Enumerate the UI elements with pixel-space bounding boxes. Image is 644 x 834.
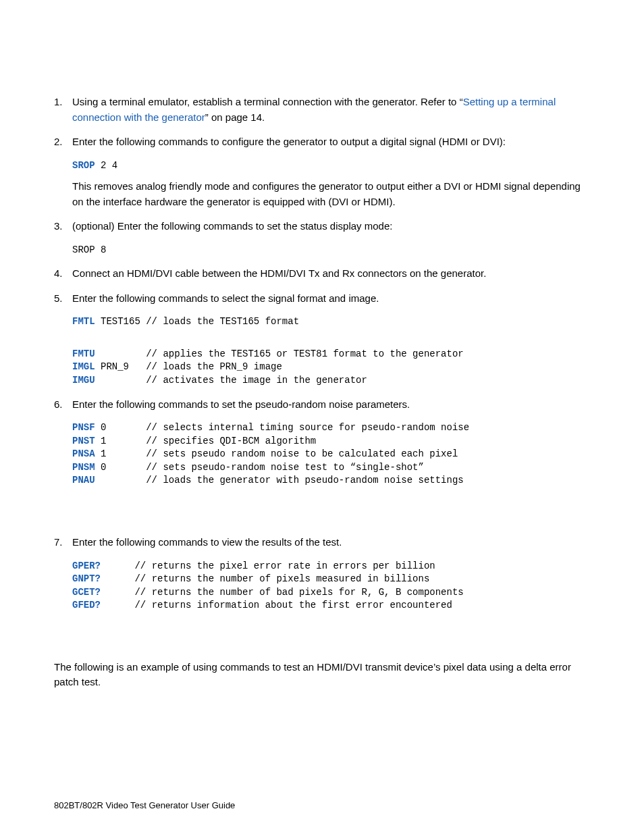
cmd-rest: // applies the TEST165 or TEST81 format … <box>95 348 464 359</box>
cmd-keyword: PNSM <box>72 462 95 473</box>
step-6: Enter the following commands to set the … <box>54 397 590 488</box>
step-6-intro: Enter the following commands to set the … <box>72 397 590 413</box>
cmd-keyword: GCET? <box>72 587 101 598</box>
cmd-rest: 1 // specifies QDI-BCM algorithm <box>95 436 317 446</box>
cmd-rest: 0 // sets pseudo-random noise test to “s… <box>95 462 424 473</box>
cmd-rest: // loads the generator with pseudo-rando… <box>95 475 464 486</box>
step-2-intro: Enter the following commands to configur… <box>72 134 590 150</box>
step-1-pre: Using a terminal emulator, establish a t… <box>72 96 463 107</box>
step-7: Enter the following commands to view the… <box>54 535 590 613</box>
cmd-rest: 1 // sets pseudo random noise to be calc… <box>95 448 458 459</box>
step-3: (optional) Enter the following commands … <box>54 219 590 257</box>
step-5-intro: Enter the following commands to select t… <box>72 291 590 307</box>
cmd-rest: // returns the number of pixels measured… <box>101 573 429 584</box>
step-1: Using a terminal emulator, establish a t… <box>54 95 590 125</box>
cmd-keyword: PNSF <box>72 422 95 433</box>
step-4-text: Connect an HDMI/DVI cable between the HD… <box>72 267 486 279</box>
cmd-keyword: IMGU <box>72 375 95 386</box>
cmd-rest: // returns information about the first e… <box>101 600 452 610</box>
cmd-rest: // returns the pixel error rate in error… <box>101 561 435 571</box>
footer-text: 802BT/802R Video Test Generator User Gui… <box>54 800 235 810</box>
cmd-keyword: PNSA <box>72 448 95 459</box>
cmd-keyword: GNPT? <box>72 573 101 584</box>
cmd-keyword: PNST <box>72 436 95 446</box>
step-7-intro: Enter the following commands to view the… <box>72 535 590 550</box>
closing-paragraph: The following is an example of using com… <box>54 660 590 690</box>
step-3-intro: (optional) Enter the following commands … <box>72 219 590 234</box>
step-2-cmd: SROP 2 4 <box>72 159 590 173</box>
step-3-cmd: SROP 8 <box>72 244 590 257</box>
cmd-rest: // returns the number of bad pixels for … <box>101 587 464 598</box>
cmd-keyword: FMTL <box>72 316 95 327</box>
cmd-rest: TEST165 // loads the TEST165 format <box>95 316 299 327</box>
step-7-block: GPER? // returns the pixel error rate in… <box>72 560 590 613</box>
cmd-rest: 0 // selects internal timing source for … <box>95 422 470 433</box>
cmd-rest: PRN_9 // loads the PRN_9 image <box>95 361 282 372</box>
cmd-rest: 2 4 <box>95 160 118 171</box>
cmd-keyword: IMGL <box>72 361 95 372</box>
cmd-keyword: SROP <box>72 160 95 171</box>
step-5-block-b: FMTU // applies the TEST165 or TEST81 fo… <box>72 348 590 388</box>
cmd-keyword: GPER? <box>72 561 101 571</box>
step-6-block: PNSF 0 // selects internal timing source… <box>72 421 590 488</box>
steps-list: Using a terminal emulator, establish a t… <box>54 95 590 613</box>
step-5-block-a: FMTL TEST165 // loads the TEST165 format <box>72 315 590 329</box>
cmd-keyword: PNAU <box>72 475 95 486</box>
cmd-rest: // activates the image in the generator <box>95 375 367 386</box>
cmd-keyword: GFED? <box>72 600 101 610</box>
page-content: Using a terminal emulator, establish a t… <box>0 0 644 731</box>
step-1-post: ” on page 14. <box>205 111 265 123</box>
step-5: Enter the following commands to select t… <box>54 291 590 388</box>
step-2-note: This removes analog friendly mode and co… <box>72 179 590 209</box>
step-4: Connect an HDMI/DVI cable between the HD… <box>54 266 590 282</box>
cmd-keyword: FMTU <box>72 348 95 359</box>
step-2: Enter the following commands to configur… <box>54 134 590 209</box>
